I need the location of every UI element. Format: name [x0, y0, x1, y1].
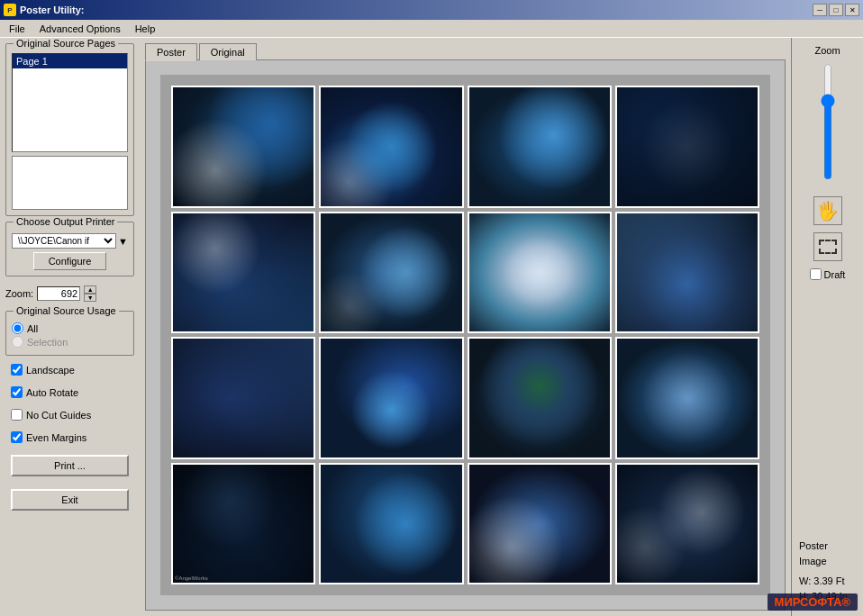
source-usage-radios: All Selection — [12, 322, 128, 348]
draft-row: Draft — [810, 268, 846, 280]
source-pages-title: Original Source Pages — [14, 38, 118, 49]
table-row — [615, 463, 759, 585]
radio-all-label: All — [27, 323, 38, 334]
minimize-button[interactable]: ─ — [813, 4, 827, 16]
even-margins-label: Even Margins — [26, 432, 86, 443]
draft-checkbox[interactable] — [810, 268, 822, 280]
landscape-label: Landscape — [26, 365, 75, 376]
left-panel: Original Source Pages Page 1 Choose Outp… — [0, 38, 140, 616]
zoom-decrement-button[interactable]: ▼ — [84, 294, 96, 302]
zoom-row: Zoom: ▲ ▼ — [5, 282, 134, 305]
printer-select-row: \\JOYCE\Canon if ▼ — [12, 233, 128, 249]
table-row — [468, 337, 612, 459]
auto-rotate-label: Auto Rotate — [26, 387, 78, 398]
table-row — [615, 86, 759, 208]
poster-canvas: ©AngelWorks — [145, 59, 786, 611]
window-title: Poster Utility: — [20, 5, 85, 15]
no-cut-guides-checkbox[interactable] — [11, 409, 23, 421]
table-row — [171, 86, 315, 208]
auto-rotate-row: Auto Rotate — [11, 386, 129, 398]
zoom-slider-container — [819, 63, 837, 189]
source-pages-group: Original Source Pages Page 1 — [5, 43, 134, 216]
marquee-dashed-icon — [819, 240, 837, 254]
watermark-symbol: ® — [841, 595, 850, 609]
radio-selection-row: Selection — [12, 336, 128, 348]
close-button[interactable]: ✕ — [845, 4, 859, 16]
table-row — [319, 463, 463, 585]
table-row — [171, 337, 315, 459]
zoom-input[interactable] — [37, 286, 80, 301]
page-thumbnail — [12, 156, 128, 210]
menu-help[interactable]: Help — [128, 22, 163, 36]
tab-poster[interactable]: Poster — [145, 43, 197, 61]
right-zoom-label: Zoom — [814, 45, 840, 56]
main-content: Original Source Pages Page 1 Choose Outp… — [0, 38, 863, 616]
no-cut-guides-label: No Cut Guides — [26, 410, 91, 421]
table-row — [319, 337, 463, 459]
menu-advanced-options[interactable]: Advanced Options — [32, 22, 128, 36]
window-controls: ─ □ ✕ — [813, 4, 859, 16]
marquee-tool-button[interactable] — [813, 232, 842, 261]
output-printer-title: Choose Output Printer — [14, 216, 117, 227]
printer-dropdown-icon: ▼ — [118, 236, 128, 247]
draft-label: Draft — [824, 269, 846, 280]
printer-select[interactable]: \\JOYCE\Canon if — [12, 233, 116, 249]
table-row — [468, 212, 612, 334]
zoom-increment-button[interactable]: ▲ — [84, 285, 96, 294]
radio-all-row: All — [12, 322, 128, 334]
source-pages-list[interactable]: Page 1 — [12, 53, 128, 152]
landscape-row: Landscape — [11, 364, 129, 376]
table-row: ©AngelWorks — [171, 463, 315, 585]
source-usage-title: Original Source Usage — [14, 305, 119, 316]
menu-file[interactable]: File — [2, 22, 32, 36]
zoom-slider[interactable] — [819, 63, 837, 180]
table-row — [468, 86, 612, 208]
tab-bar: Poster Original — [145, 43, 786, 60]
tile-watermark-text: ©AngelWorks — [175, 575, 208, 581]
right-panel: Zoom 🖐 Draft Poster Image W: 3.39 Ft H: … — [791, 38, 863, 616]
poster-image-label: Poster Image — [799, 539, 856, 570]
source-page-item[interactable]: Page 1 — [13, 54, 127, 68]
radio-selection-label: Selection — [27, 337, 68, 348]
exit-button[interactable]: Exit — [11, 489, 129, 511]
table-row — [171, 212, 315, 334]
menu-bar: File Advanced Options Help — [0, 20, 863, 38]
landscape-checkbox[interactable] — [11, 364, 23, 376]
tab-original[interactable]: Original — [199, 43, 257, 60]
zoom-spinner: ▲ ▼ — [84, 285, 96, 302]
configure-button[interactable]: Configure — [33, 252, 107, 270]
radio-selection[interactable] — [12, 336, 23, 348]
no-cut-guides-row: No Cut Guides — [11, 409, 129, 421]
hand-icon: 🖐 — [816, 200, 839, 222]
auto-rotate-checkbox[interactable] — [11, 386, 23, 398]
center-area: Poster Original ©AngelWorks — [140, 38, 791, 616]
poster-grid: ©AngelWorks — [160, 75, 770, 595]
even-margins-checkbox[interactable] — [11, 431, 23, 443]
app-icon: P — [4, 4, 16, 16]
radio-all[interactable] — [12, 322, 23, 334]
maximize-button[interactable]: □ — [829, 4, 843, 16]
title-bar: P Poster Utility: ─ □ ✕ — [0, 0, 863, 20]
zoom-label: Zoom: — [5, 288, 33, 299]
print-button[interactable]: Print ... — [11, 455, 129, 476]
table-row — [615, 337, 759, 459]
hand-tool-button[interactable]: 🖐 — [813, 196, 842, 225]
table-row — [468, 463, 612, 585]
source-usage-group: Original Source Usage All Selection — [5, 311, 134, 356]
table-row — [319, 212, 463, 334]
watermark-brand: МИРСОФТА — [775, 595, 842, 609]
poster-width: W: 3.39 Ft — [799, 574, 856, 590]
watermark: МИРСОФТА® — [768, 593, 858, 611]
output-printer-group: Choose Output Printer \\JOYCE\Canon if ▼… — [5, 222, 134, 276]
table-row — [615, 212, 759, 334]
even-margins-row: Even Margins — [11, 431, 129, 443]
table-row — [319, 86, 463, 208]
